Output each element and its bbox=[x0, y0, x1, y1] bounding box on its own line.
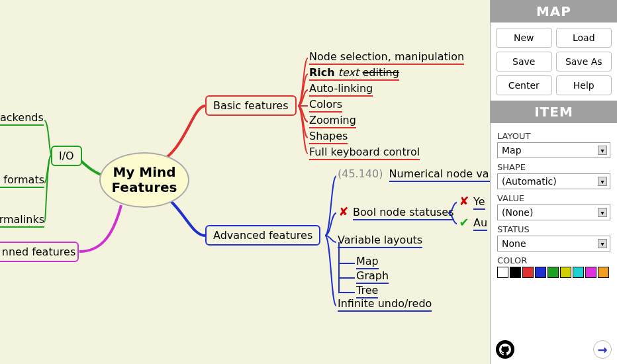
item-section-header: ITEM bbox=[491, 101, 617, 123]
leaf-variable-graph[interactable]: Graph bbox=[356, 269, 389, 284]
layout-select[interactable]: Map ▾ bbox=[497, 142, 610, 158]
save-button[interactable]: Save bbox=[496, 52, 552, 71]
leaf-variable-layouts[interactable]: Variable layouts bbox=[338, 234, 422, 248]
node-advanced-features[interactable]: Advanced features bbox=[205, 225, 320, 246]
color-swatch[interactable] bbox=[560, 267, 571, 278]
leaf-node-selection[interactable]: Node selection, manipulation bbox=[309, 50, 464, 65]
color-swatch[interactable] bbox=[585, 267, 596, 278]
leaf-zooming[interactable]: Zooming bbox=[309, 114, 356, 128]
leaf-rich-text[interactable]: Rich text editing bbox=[309, 66, 399, 81]
layout-label: LAYOUT bbox=[497, 131, 610, 141]
node-basic-label: Basic features bbox=[213, 99, 289, 112]
save-as-button[interactable]: Save As bbox=[556, 52, 612, 71]
arrow-right-icon: → bbox=[597, 343, 607, 357]
chevron-down-icon: ▾ bbox=[598, 239, 607, 248]
status-label: STATUS bbox=[497, 224, 610, 234]
shape-label: SHAPE bbox=[497, 162, 610, 172]
root-node[interactable]: My MindFeatures bbox=[99, 152, 189, 208]
value-select[interactable]: (None) ▾ bbox=[497, 205, 610, 220]
color-swatch[interactable] bbox=[535, 267, 546, 278]
leaf-colors[interactable]: Colors bbox=[309, 98, 342, 113]
shape-select[interactable]: (Automatic) ▾ bbox=[497, 173, 610, 189]
chevron-down-icon: ▾ bbox=[598, 146, 607, 155]
chevron-down-icon: ▾ bbox=[598, 208, 607, 217]
x-icon: ✘ bbox=[458, 194, 470, 208]
new-button[interactable]: New bbox=[496, 28, 552, 48]
leaf-undo[interactable]: Infinite undo/redo bbox=[338, 297, 432, 312]
color-swatches bbox=[497, 267, 610, 278]
github-icon[interactable] bbox=[496, 340, 514, 359]
collapse-panel-button[interactable]: → bbox=[593, 340, 612, 359]
load-button[interactable]: Load bbox=[556, 28, 612, 48]
node-io-label: I/O bbox=[59, 150, 74, 162]
check-icon: ✔ bbox=[458, 215, 470, 229]
center-button[interactable]: Center bbox=[496, 75, 552, 95]
leaf-bool-yes[interactable]: ✘ Ye bbox=[458, 194, 485, 210]
leaf-shapes[interactable]: Shapes bbox=[309, 130, 348, 144]
side-panel: MAP New Load Save Save As Center Help IT… bbox=[490, 0, 617, 364]
map-buttons: New Load Save Save As Center Help bbox=[491, 23, 617, 101]
leaf-auto-linking[interactable]: Auto-linking bbox=[309, 82, 373, 97]
node-io-permalinks[interactable]: ermalinks bbox=[0, 213, 44, 228]
node-planned[interactable]: nned features bbox=[0, 242, 79, 262]
color-swatch[interactable] bbox=[573, 267, 584, 278]
color-swatch[interactable] bbox=[510, 267, 521, 278]
leaf-bool-auto[interactable]: ✔ Au bbox=[458, 215, 487, 231]
status-select[interactable]: None ▾ bbox=[497, 236, 610, 251]
node-io-backends[interactable]: ackends bbox=[0, 111, 44, 126]
leaf-keyboard[interactable]: Full keyboard control bbox=[309, 146, 420, 160]
color-label: COLOR bbox=[497, 255, 610, 265]
help-button[interactable]: Help bbox=[556, 75, 612, 95]
node-io-formats[interactable]: e formats bbox=[0, 173, 44, 188]
map-section-header: MAP bbox=[491, 0, 617, 23]
chevron-down-icon: ▾ bbox=[598, 177, 607, 186]
leaf-variable-tree[interactable]: Tree bbox=[356, 284, 378, 298]
leaf-bool[interactable]: ✘ Bool node statuses bbox=[338, 205, 454, 220]
value-label: VALUE bbox=[497, 193, 610, 203]
color-swatch[interactable] bbox=[598, 267, 609, 278]
node-io[interactable]: I/O bbox=[51, 146, 82, 166]
node-advanced-label: Advanced features bbox=[213, 229, 312, 242]
leaf-variable-map[interactable]: Map bbox=[356, 255, 379, 269]
leaf-numerical[interactable]: (45.140) Numerical node valu bbox=[338, 167, 498, 182]
color-swatch[interactable] bbox=[497, 267, 508, 278]
node-basic-features[interactable]: Basic features bbox=[205, 95, 297, 116]
numerical-value: (45.140) bbox=[338, 167, 383, 180]
color-swatch[interactable] bbox=[522, 267, 534, 278]
root-text: My MindFeatures bbox=[111, 165, 177, 195]
x-icon: ✘ bbox=[338, 205, 350, 218]
color-swatch[interactable] bbox=[547, 267, 559, 278]
